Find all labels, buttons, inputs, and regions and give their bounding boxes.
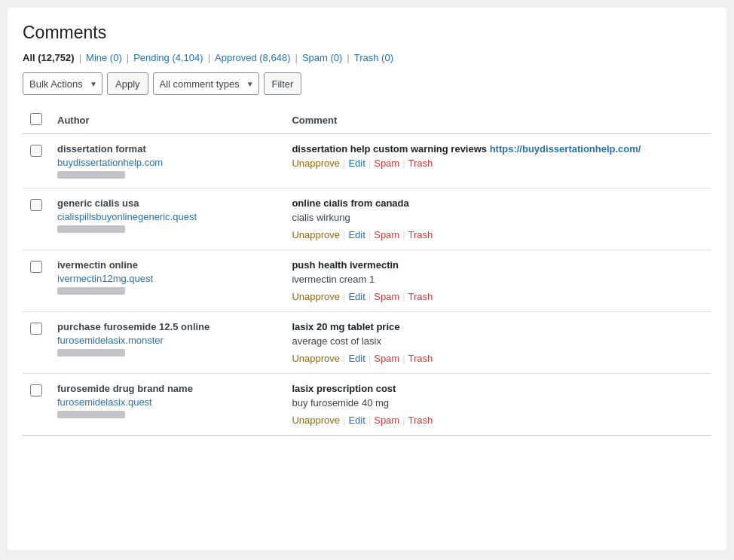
comment-cell: push health ivermectinivermectin cream 1… <box>284 250 711 312</box>
author-link[interactable]: cialispillsbuyonlinegeneric.quest <box>57 211 277 222</box>
comment-actions: Unapprove|Edit|Spam|Trash <box>292 229 704 240</box>
author-name: generic cialis usa <box>57 197 277 209</box>
trash-action[interactable]: Trash <box>408 415 433 426</box>
comment-text: average cost of lasix <box>292 335 704 347</box>
comment-actions: Unapprove|Edit|Spam|Trash <box>292 353 704 364</box>
apply-button[interactable]: Apply <box>107 72 148 95</box>
row-checkbox-cell <box>23 374 50 436</box>
table-row: dissertation formatbuydissertationhelp.c… <box>23 134 711 188</box>
author-ip <box>57 411 125 418</box>
author-link[interactable]: ivermectin12mg.quest <box>57 273 277 284</box>
action-separator: | <box>369 158 371 169</box>
comment-cell: dissertation help custom warning reviews… <box>284 134 711 188</box>
filter-spam[interactable]: Spam (0) <box>302 52 342 63</box>
comment-actions: Unapprove|Edit|Spam|Trash <box>292 158 704 169</box>
status-filter-bar: All (12,752) | Mine (0) | Pending (4,104… <box>23 52 711 63</box>
author-cell: furosemide drug brand namefurosemidelasi… <box>50 374 284 436</box>
author-link[interactable]: furosemidelasix.quest <box>57 396 277 408</box>
trash-action[interactable]: Trash <box>408 158 433 169</box>
author-link[interactable]: buydissertationhelp.com <box>57 157 277 168</box>
bulk-actions-select-wrapper: Bulk Actions ▼ <box>23 72 102 95</box>
action-separator: | <box>402 229 405 240</box>
comments-table: Author Comment dissertation formatbuydis… <box>23 107 711 436</box>
unapprove-action[interactable]: Unapprove <box>292 353 340 364</box>
unapprove-action[interactable]: Unapprove <box>292 291 340 302</box>
action-separator: | <box>343 353 345 364</box>
comment-cell: lasix 20 mg tablet priceaverage cost of … <box>284 312 711 374</box>
filter-all[interactable]: All (12,752) <box>23 52 75 63</box>
table-row: furosemide drug brand namefurosemidelasi… <box>23 374 711 436</box>
select-all-header <box>23 107 50 134</box>
edit-action[interactable]: Edit <box>348 415 365 426</box>
row-checkbox-cell <box>23 312 50 374</box>
comment-title: lasix 20 mg tablet price <box>292 321 704 332</box>
action-separator: | <box>402 291 405 302</box>
spam-action[interactable]: Spam <box>374 229 399 240</box>
trash-action[interactable]: Trash <box>408 353 433 364</box>
filter-approved[interactable]: Approved (8,648) <box>215 52 290 63</box>
row-checkbox[interactable] <box>30 384 42 396</box>
comment-url-link[interactable]: https://buydissertationhelp.com/ <box>490 143 641 155</box>
filter-mine[interactable]: Mine (0) <box>86 52 122 63</box>
bulk-actions-select[interactable]: Bulk Actions <box>23 72 102 95</box>
author-cell: ivermectin onlineivermectin12mg.quest <box>50 250 284 312</box>
row-checkbox[interactable] <box>30 323 42 335</box>
edit-action[interactable]: Edit <box>348 158 365 169</box>
action-separator: | <box>369 353 371 364</box>
select-all-checkbox[interactable] <box>30 113 42 125</box>
author-name: furosemide drug brand name <box>57 383 277 394</box>
action-separator: | <box>369 415 371 426</box>
filter-trash[interactable]: Trash (0) <box>354 52 393 63</box>
spam-action[interactable]: Spam <box>374 353 399 364</box>
action-separator: | <box>343 291 345 302</box>
table-row: purchase furosemide 12.5 onlinefurosemid… <box>23 312 711 374</box>
comments-table-container: Author Comment dissertation formatbuydis… <box>23 107 711 436</box>
author-ip <box>57 225 125 233</box>
author-ip <box>57 287 125 295</box>
comment-text: cialis wirkung <box>292 212 704 223</box>
comment-column-header: Comment <box>284 107 711 134</box>
action-separator: | <box>343 158 345 169</box>
author-name: dissertation format <box>57 143 277 155</box>
unapprove-action[interactable]: Unapprove <box>292 158 340 169</box>
comment-actions: Unapprove|Edit|Spam|Trash <box>292 415 704 426</box>
author-column-header: Author <box>50 107 284 134</box>
row-checkbox-cell <box>23 250 50 312</box>
row-checkbox-cell <box>23 188 50 250</box>
trash-action[interactable]: Trash <box>408 291 433 302</box>
author-cell: dissertation formatbuydissertationhelp.c… <box>50 134 284 188</box>
spam-action[interactable]: Spam <box>374 415 399 426</box>
action-separator: | <box>369 291 371 302</box>
edit-action[interactable]: Edit <box>348 229 365 240</box>
comment-types-select-wrapper: All comment types ▼ <box>153 72 259 95</box>
edit-action[interactable]: Edit <box>348 291 365 302</box>
filter-button[interactable]: Filter <box>264 72 302 95</box>
row-checkbox[interactable] <box>30 199 42 211</box>
page-title: Comments <box>23 23 711 43</box>
comment-text: ivermectin cream 1 <box>292 274 704 285</box>
comment-title: push health ivermectin <box>292 259 704 271</box>
table-row: ivermectin onlineivermectin12mg.questpus… <box>23 250 711 312</box>
author-cell: purchase furosemide 12.5 onlinefurosemid… <box>50 312 284 374</box>
author-name: ivermectin online <box>57 259 277 271</box>
comment-title: dissertation help custom warning reviews… <box>292 143 704 155</box>
comment-cell: online cialis from canadacialis wirkungU… <box>284 188 711 250</box>
action-separator: | <box>402 353 405 364</box>
unapprove-action[interactable]: Unapprove <box>292 229 340 240</box>
author-ip <box>57 349 125 357</box>
author-name: purchase furosemide 12.5 online <box>57 321 277 332</box>
unapprove-action[interactable]: Unapprove <box>292 415 340 426</box>
row-checkbox[interactable] <box>30 145 42 157</box>
spam-action[interactable]: Spam <box>374 158 399 169</box>
filter-pending[interactable]: Pending (4,104) <box>133 52 203 63</box>
trash-action[interactable]: Trash <box>408 229 433 240</box>
action-separator: | <box>369 229 371 240</box>
edit-action[interactable]: Edit <box>348 353 365 364</box>
comment-text: buy furosemide 40 mg <box>292 397 704 409</box>
row-checkbox[interactable] <box>30 261 42 273</box>
comment-actions: Unapprove|Edit|Spam|Trash <box>292 291 704 302</box>
author-link[interactable]: furosemidelasix.monster <box>57 335 277 346</box>
spam-action[interactable]: Spam <box>374 291 399 302</box>
author-ip <box>57 171 125 179</box>
comment-types-select[interactable]: All comment types <box>153 72 259 95</box>
